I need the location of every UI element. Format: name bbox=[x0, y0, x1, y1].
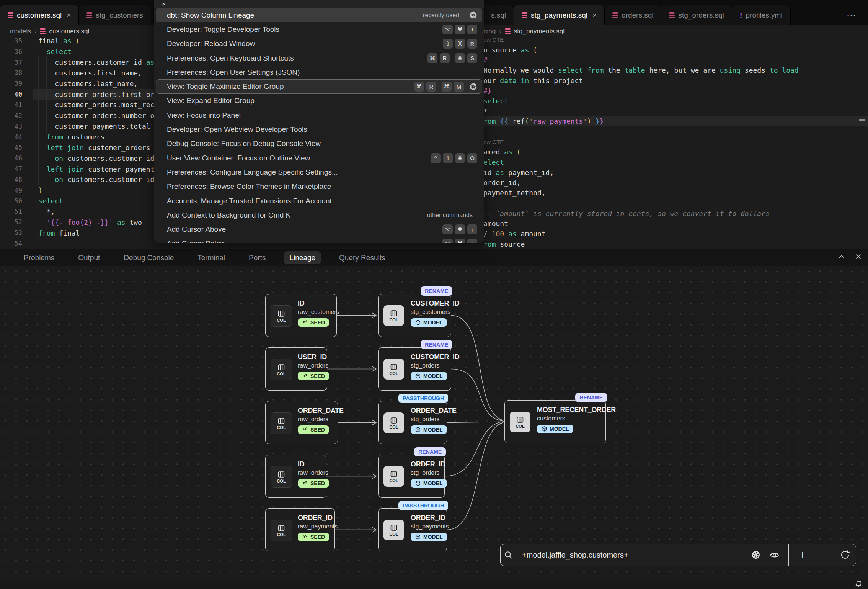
lineage-canvas[interactable]: COLIDraw_customersSEEDCOLUSER_IDraw_orde… bbox=[0, 266, 868, 580]
command-item-accounts[interactable]: Accounts: Manage Trusted Extensions For … bbox=[156, 194, 482, 208]
command-item-debug-console[interactable]: Debug Console: Focus on Debug Console Vi… bbox=[156, 137, 482, 151]
command-item-developer[interactable]: Developer: Reload Window⇧⌘R bbox=[156, 37, 482, 51]
code-token: seeds bbox=[741, 66, 770, 74]
gear-icon[interactable] bbox=[469, 11, 477, 19]
column-chip-icon: COL bbox=[383, 359, 404, 380]
code-line-text: final as ( bbox=[38, 37, 80, 45]
lineage-node-order_date-raw_orders[interactable]: COLORDER_DATEraw_ordersSEED bbox=[265, 401, 338, 444]
lineage-node-order_id-stg_orders[interactable]: COLORDER_IDstg_ordersMODELRENAME bbox=[378, 455, 445, 498]
command-item-view[interactable]: View: Expand Editor Group bbox=[156, 94, 482, 108]
command-label: Add Cursor Below bbox=[167, 239, 225, 243]
model-badge: MODEL bbox=[411, 318, 447, 327]
tab-stg_orders-sql[interactable]: stg_orders.sql bbox=[661, 5, 732, 25]
panel-tab-problems[interactable]: Problems bbox=[18, 251, 60, 264]
panel-tab-output[interactable]: Output bbox=[73, 251, 105, 264]
code-token: customer_orders.first_order bbox=[38, 90, 171, 98]
model-selector-input[interactable]: +model.jaffle_shop.customers+ bbox=[516, 544, 742, 566]
command-palette-input[interactable]: > bbox=[154, 0, 484, 8]
command-item-user-view-container[interactable]: User View Container: Focus on Outline Vi… bbox=[156, 151, 482, 165]
line-number: 42 bbox=[0, 112, 22, 119]
panel-tab-debug-console[interactable]: Debug Console bbox=[118, 251, 179, 264]
code-token bbox=[517, 77, 521, 85]
code-token bbox=[38, 175, 55, 183]
command-item-view[interactable]: View: Focus into Panel bbox=[156, 108, 482, 122]
command-item-dbt[interactable]: dbt: Show Column Lineagerecently used bbox=[156, 8, 482, 22]
transformation-tag-rename: RENAME bbox=[421, 286, 452, 296]
breadcrumb[interactable]: ging › stg_payments.sql bbox=[483, 28, 565, 35]
key-chip: ↑ bbox=[467, 224, 477, 234]
tab-stg_payments-sql[interactable]: stg_payments.sql× bbox=[514, 5, 605, 25]
panel-tab-terminal[interactable]: Terminal bbox=[192, 251, 230, 264]
command-palette-list: dbt: Show Column Lineagerecently usedDev… bbox=[154, 8, 484, 243]
column-chip-icon: COL bbox=[271, 520, 292, 541]
command-item-preferences[interactable]: Preferences: Browse Color Themes in Mark… bbox=[156, 180, 482, 194]
breadcrumb-file[interactable]: stg_payments.sql bbox=[514, 28, 565, 35]
tab-profiles-yml[interactable]: !profiles.yml bbox=[732, 5, 791, 25]
close-icon[interactable]: × bbox=[67, 11, 71, 20]
command-item-preferences[interactable]: Preferences: Configure Language Specific… bbox=[156, 165, 482, 179]
column-chip-icon: COL bbox=[510, 412, 530, 432]
code-token: on bbox=[55, 175, 63, 183]
zoom-out-button[interactable]: − bbox=[816, 548, 823, 561]
lineage-node-order_date-stg_orders[interactable]: COLORDER_DATEstg_ordersMODELPASSTHROUGH bbox=[378, 401, 447, 444]
lineage-node-most_recent_order-customers[interactable]: COLMOST_RECENT_ORDERcustomersMODELRENAME bbox=[504, 400, 606, 443]
code-token: amed bbox=[483, 148, 504, 156]
command-item-add-cursor-above[interactable]: Add Cursor Above⌥⌘↑ bbox=[156, 222, 482, 236]
tab-stg_customers[interactable]: stg_customers bbox=[79, 5, 151, 25]
panel-tab-query-results[interactable]: Query Results bbox=[334, 251, 390, 264]
command-item-preferences[interactable]: Preferences: Open User Settings (JSON) bbox=[156, 65, 482, 79]
code-token: to bbox=[770, 66, 778, 74]
lineage-node-id-raw_orders[interactable]: COLIDraw_ordersSEED bbox=[265, 455, 326, 498]
breadcrumb-folder[interactable]: ging bbox=[483, 28, 496, 35]
lineage-node-order_id-stg_payments[interactable]: COLORDER_IDstg_paymentsMODELPASSTHROUGH bbox=[378, 508, 447, 551]
keybinding: ⇧⌘R bbox=[443, 39, 477, 49]
code-line-text: left join customer_payments bbox=[38, 165, 158, 173]
gear-icon[interactable] bbox=[469, 83, 477, 91]
zoom-in-button[interactable]: + bbox=[799, 548, 806, 561]
command-item-developer[interactable]: Developer: Open Webview Developer Tools bbox=[156, 122, 482, 136]
node-model-name: raw_payments bbox=[298, 523, 332, 530]
breadcrumb-file[interactable]: customers.sql bbox=[49, 28, 89, 35]
refresh-icon[interactable] bbox=[840, 550, 850, 560]
close-icon[interactable] bbox=[854, 252, 863, 261]
key-chip: ⌥ bbox=[442, 224, 453, 234]
tab-orders-sql[interactable]: orders.sql bbox=[605, 5, 661, 25]
bell-icon[interactable] bbox=[854, 580, 863, 589]
command-item-add-cursor-below[interactable]: Add Cursor Below⌥⌘↓ bbox=[156, 237, 482, 243]
lineage-node-customer_id-stg_orders[interactable]: COLCUSTOMER_IDstg_ordersMODELRENAME bbox=[378, 347, 451, 391]
code-line-text: select bbox=[38, 47, 72, 56]
code-line: #- bbox=[483, 55, 868, 65]
breadcrumb[interactable]: models › customers.sql bbox=[10, 28, 89, 35]
breadcrumb-separator: › bbox=[34, 28, 37, 35]
close-icon[interactable]: × bbox=[592, 11, 597, 20]
command-label: View: Focus into Panel bbox=[167, 111, 241, 119]
code-token: customer_payments bbox=[84, 165, 158, 173]
code-line-text: customers.first_name, bbox=[38, 69, 142, 77]
command-item-preferences[interactable]: Preferences: Open Keyboard Shortcuts⌘R⌘S bbox=[156, 51, 482, 65]
command-item-developer[interactable]: Developer: Toggle Developer Tools⌥⌘I bbox=[156, 22, 482, 36]
chevron-up-icon[interactable] bbox=[837, 252, 846, 261]
lineage-node-user_id-raw_orders[interactable]: COLUSER_IDraw_ordersSEED bbox=[265, 347, 327, 391]
lineage-node-customer_id-stg_customers[interactable]: COLCUSTOMER_IDstg_customersMODELRENAME bbox=[378, 294, 451, 337]
line-number: 53 bbox=[0, 229, 22, 237]
lineage-node-id-raw_customers[interactable]: COLIDraw_customersSEED bbox=[265, 294, 337, 337]
command-palette[interactable]: > dbt: Show Column Lineagerecently usedD… bbox=[154, 0, 484, 243]
breadcrumb-folder[interactable]: models bbox=[10, 28, 31, 35]
lineage-node-order_id-raw_payments[interactable]: COLORDER_IDraw_paymentsSEED bbox=[265, 508, 335, 551]
tab-customers-sql[interactable]: customers.sql× bbox=[0, 5, 79, 25]
command-item-view[interactable]: View: Toggle Maximize Editor Group⌘R⌘M bbox=[156, 79, 482, 93]
tab-s-sql[interactable]: s.sql bbox=[483, 5, 514, 25]
panel-tab-lineage[interactable]: Lineage bbox=[284, 251, 321, 264]
panel-tab-ports[interactable]: Ports bbox=[243, 251, 271, 264]
zoom-controls: + − bbox=[789, 544, 834, 566]
code-editor-stg-payments[interactable]: ew CTEn source as (#-Normally we would s… bbox=[483, 34, 868, 249]
key-chip: R bbox=[440, 53, 450, 63]
aperture-icon[interactable] bbox=[751, 550, 761, 560]
tab-label: s.sql bbox=[491, 11, 506, 20]
code-token: #} bbox=[483, 87, 492, 95]
line-number: 36 bbox=[0, 48, 22, 56]
tab-overflow-menu[interactable]: ⋯ bbox=[847, 10, 857, 21]
command-item-add-context-to-background-for-cmd-k[interactable]: Add Context to Background for Cmd Kother… bbox=[156, 208, 482, 222]
eye-icon[interactable] bbox=[769, 550, 780, 560]
code-token: as bbox=[521, 46, 529, 54]
